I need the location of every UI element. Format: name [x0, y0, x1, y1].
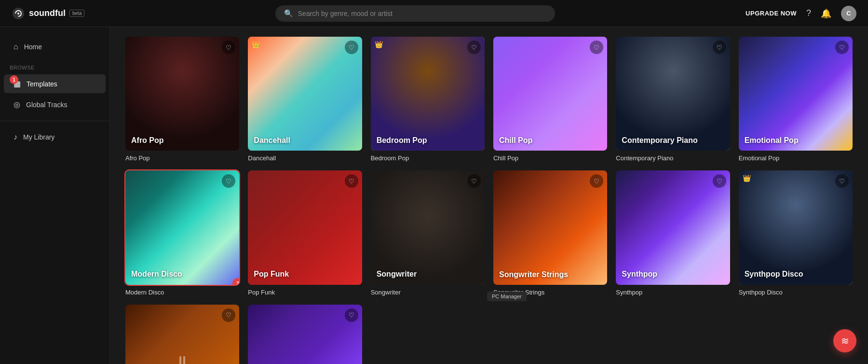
card-thumb-synthpop: ♡Synthpop [616, 170, 730, 284]
card-label-emotional-pop: Emotional Pop [739, 154, 853, 162]
card-thumb-contemporary-piano: ♡Contemporary Piano [616, 37, 730, 151]
card-person-synthpop-disco [739, 170, 853, 284]
card-songwriter[interactable]: ♡SongwriterSongwriter [371, 170, 485, 295]
fab-button[interactable]: ≋ [833, 329, 856, 352]
card-title-overlay-pop-funk: Pop Funk [254, 269, 289, 279]
content-area: ♡Afro PopAfro Pop👑♡DancehallDancehall👑♡B… [110, 27, 868, 364]
card-pop-funk[interactable]: ♡Pop FunkPop Funk [248, 170, 362, 295]
sidebar-item-label-home: Home [24, 43, 42, 51]
sidebar-item-label-my-library: My Library [23, 133, 54, 141]
card-heart-pop-disco[interactable]: ♡ [345, 308, 358, 322]
card-thumb-bedroom-pop: 👑♡Bedroom Pop [371, 37, 485, 151]
card-thumb-afro-pop: ♡Afro Pop [125, 37, 239, 151]
card-coming-soon-icon-contemporary-guitar: ⏸ [175, 352, 190, 364]
sidebar-item-home[interactable]: ⌂ Home [4, 38, 106, 56]
sidebar-item-my-library[interactable]: ♪ My Library [4, 128, 106, 146]
card-afro-pop[interactable]: ♡Afro PopAfro Pop [125, 37, 239, 162]
search-input[interactable] [298, 10, 546, 17]
sidebar-item-templates[interactable]: ▦ Templates 1 [4, 74, 106, 93]
card-heart-modern-disco[interactable]: ♡ [222, 174, 235, 188]
card-label-modern-disco: Modern Disco [125, 289, 239, 296]
avatar[interactable]: C [841, 6, 856, 21]
card-synthpop[interactable]: ♡SynthpopSynthpop [616, 170, 730, 295]
global-tracks-icon: ◎ [14, 100, 20, 109]
card-thumb-songwriter-strings: ♡Songwriter Strings [493, 170, 607, 284]
templates-badge: 1 [10, 75, 18, 84]
card-bedroom-pop[interactable]: 👑♡Bedroom PopBedroom Pop [371, 37, 485, 162]
card-thumb-modern-disco: ♡Modern Disco2 [125, 170, 239, 284]
card-title-overlay-chill-pop: Chill Pop [499, 136, 532, 145]
card-heart-songwriter-strings[interactable]: ♡ [590, 174, 603, 188]
card-label-bedroom-pop: Bedroom Pop [371, 154, 485, 162]
logo-area: soundful beta [12, 7, 84, 20]
sidebar-item-label-global-tracks: Global Tracks [26, 101, 68, 109]
card-title-overlay-modern-disco: Modern Disco [131, 269, 182, 279]
card-heart-bedroom-pop[interactable]: ♡ [467, 41, 481, 54]
card-label-pop-funk: Pop Funk [248, 289, 362, 296]
card-person-bedroom-pop [371, 37, 485, 151]
browse-label: Browse [0, 57, 109, 73]
card-thumb-dancehall: 👑♡Dancehall [248, 37, 362, 151]
card-label-chill-pop: Chill Pop [493, 154, 607, 162]
template-grid: ♡Afro PopAfro Pop👑♡DancehallDancehall👑♡B… [125, 37, 853, 364]
card-badge-modern-disco: 2 [232, 278, 239, 285]
card-emotional-pop[interactable]: ♡Emotional PopEmotional Pop [739, 37, 853, 162]
card-heart-contemporary-piano[interactable]: ♡ [713, 41, 726, 54]
card-person-contemporary-piano [616, 37, 730, 151]
upgrade-button[interactable]: UPGRADE NOW [746, 10, 797, 17]
logo-text: soundful [29, 8, 66, 18]
main-layout: ⌂ Home Browse ▦ Templates 1 ◎ Global Tra… [0, 27, 868, 364]
fab-icon: ≋ [841, 335, 849, 347]
card-contemporary-piano[interactable]: ♡Contemporary PianoContemporary Piano [616, 37, 730, 162]
card-thumb-emotional-pop: ♡Emotional Pop [739, 37, 853, 151]
card-label-afro-pop: Afro Pop [125, 154, 239, 162]
home-icon: ⌂ [14, 42, 18, 51]
card-synthpop-disco[interactable]: 👑♡Synthpop DiscoSynthpop Disco [739, 170, 853, 295]
my-library-icon: ♪ [14, 133, 17, 141]
card-pop-disco[interactable]: ♡Pop DiscoPop Disco [248, 305, 362, 364]
card-thumb-chill-pop: ♡Chill Pop [493, 37, 607, 151]
card-modern-disco[interactable]: ♡Modern Disco2Modern Disco [125, 170, 239, 295]
card-heart-chill-pop[interactable]: ♡ [590, 41, 603, 54]
sidebar-item-label-templates: Templates [27, 80, 57, 88]
search-bar[interactable]: 🔍 [275, 5, 555, 22]
notifications-button[interactable]: 🔔 [821, 8, 831, 19]
card-dancehall[interactable]: 👑♡DancehallDancehall [248, 37, 362, 162]
help-button[interactable]: ? [806, 8, 811, 18]
card-contemporary-guitar[interactable]: ♡⏸✦Coming SoonContemporary Guitar [125, 305, 239, 364]
card-label-contemporary-piano: Contemporary Piano [616, 154, 730, 162]
card-title-overlay-contemporary-piano: Contemporary Piano [622, 136, 697, 145]
card-title-overlay-songwriter-strings: Songwriter Strings [499, 270, 568, 279]
card-crown-dancehall: 👑 [252, 41, 260, 48]
card-title-overlay-dancehall: Dancehall [254, 136, 290, 145]
card-title-overlay-songwriter: Songwriter [377, 269, 417, 279]
soundful-logo-icon [12, 7, 25, 20]
card-label-dancehall: Dancehall [248, 154, 362, 162]
card-label-synthpop: Synthpop [616, 289, 730, 296]
card-label-songwriter-strings: Songwriter Strings [493, 289, 607, 296]
card-title-overlay-synthpop-disco: Synthpop Disco [745, 269, 803, 279]
card-title-overlay-bedroom-pop: Bedroom Pop [377, 136, 427, 145]
card-heart-contemporary-guitar[interactable]: ♡ [222, 308, 235, 322]
card-heart-pop-funk[interactable]: ♡ [345, 174, 358, 188]
sidebar-item-global-tracks[interactable]: ◎ Global Tracks [4, 95, 106, 114]
card-crown-bedroom-pop: 👑 [375, 41, 383, 48]
card-thumb-synthpop-disco: 👑♡Synthpop Disco [739, 170, 853, 284]
card-title-overlay-synthpop: Synthpop [622, 269, 657, 279]
card-thumb-songwriter: ♡Songwriter [371, 170, 485, 284]
topbar-right: UPGRADE NOW ? 🔔 C [746, 6, 856, 21]
card-label-songwriter: Songwriter [371, 289, 485, 296]
sidebar: ⌂ Home Browse ▦ Templates 1 ◎ Global Tra… [0, 27, 110, 364]
svg-point-0 [17, 13, 19, 14]
card-heart-dancehall[interactable]: ♡ [345, 41, 358, 54]
card-title-overlay-emotional-pop: Emotional Pop [745, 136, 799, 145]
card-songwriter-strings[interactable]: ♡Songwriter StringsSongwriter Strings [493, 170, 607, 295]
card-label-synthpop-disco: Synthpop Disco [739, 289, 853, 296]
card-heart-synthpop[interactable]: ♡ [713, 174, 726, 188]
beta-badge: beta [69, 10, 84, 17]
topbar: soundful beta 🔍 UPGRADE NOW ? 🔔 C [0, 0, 868, 27]
card-chill-pop[interactable]: ♡Chill PopChill Pop [493, 37, 607, 162]
card-thumb-pop-disco: ♡Pop Disco [248, 305, 362, 364]
search-icon: 🔍 [284, 9, 293, 18]
card-heart-emotional-pop[interactable]: ♡ [835, 41, 849, 54]
